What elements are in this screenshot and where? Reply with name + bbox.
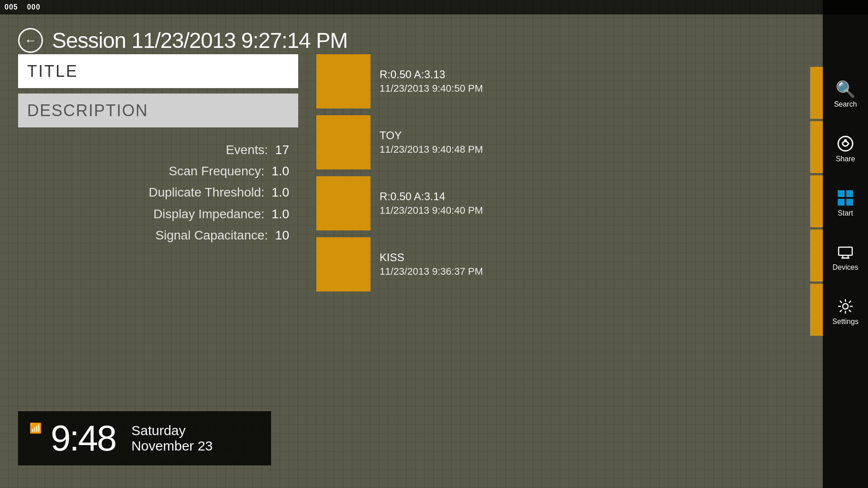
charm-accent-search [810, 67, 823, 119]
svg-rect-4 [838, 199, 845, 206]
settings-icon [837, 298, 854, 315]
svg-point-1 [844, 139, 847, 142]
top-bar-item-1: 005 [5, 3, 18, 11]
device-info-1: R:0.50 A:3.13 11/23/2013 9:40:50 PM [380, 68, 605, 94]
device-name-1: R:0.50 A:3.13 [380, 68, 605, 81]
device-list: R:0.50 A:3.13 11/23/2013 9:40:50 PM TOY … [316, 54, 605, 298]
svg-point-8 [843, 304, 848, 309]
device-tile-2 [316, 115, 371, 169]
device-tile-1 [316, 54, 371, 108]
svg-rect-5 [846, 199, 853, 206]
clock-day: Saturday [131, 423, 213, 438]
device-name-4: KISS [380, 251, 605, 264]
clock-time: 9:48 [51, 420, 116, 456]
device-item-3[interactable]: R:0.50 A:3.14 11/23/2013 9:40:40 PM [316, 176, 605, 230]
title-input-text: TITLE [27, 62, 78, 81]
stats-list: Events: 17 Scan Frequency: 1.0 Duplicate… [18, 141, 298, 244]
signal-icon: 📶 [29, 422, 42, 434]
charm-accent-settings [810, 284, 823, 336]
device-info-3: R:0.50 A:3.14 11/23/2013 9:40:40 PM [380, 190, 605, 216]
charm-start[interactable]: Start [823, 176, 868, 230]
share-icon [837, 135, 854, 152]
back-button[interactable]: ← [18, 28, 43, 53]
title-input-field[interactable]: TITLE [18, 54, 298, 88]
device-tile-3 [316, 176, 371, 230]
charm-accent-start [810, 175, 823, 227]
svg-rect-6 [839, 247, 852, 255]
charm-accent-devices [810, 230, 823, 282]
charm-search-label: Search [834, 100, 857, 108]
svg-rect-2 [838, 190, 845, 197]
start-icon [837, 189, 854, 206]
charm-start-label: Start [838, 209, 853, 217]
device-item-2[interactable]: TOY 11/23/2013 9:40:48 PM [316, 115, 605, 169]
header: ← Session 11/23/2013 9:27:14 PM [18, 28, 596, 53]
charm-accent-share [810, 121, 823, 173]
charms-bar: 🔍 Search Share Start Devices [823, 0, 868, 488]
device-item-4[interactable]: KISS 11/23/2013 9:36:37 PM [316, 237, 605, 291]
stat-signal-capacitance: Signal Capacitance: 10 [18, 226, 289, 244]
svg-point-0 [838, 136, 853, 151]
charm-settings-label: Settings [832, 318, 859, 326]
device-name-2: TOY [380, 129, 605, 142]
charm-devices[interactable]: Devices [823, 230, 868, 285]
charm-settings[interactable]: Settings [823, 285, 868, 339]
search-icon: 🔍 [835, 81, 856, 98]
charm-share-label: Share [836, 155, 855, 163]
device-info-4: KISS 11/23/2013 9:36:37 PM [380, 251, 605, 277]
device-tile-4 [316, 237, 371, 291]
left-panel: TITLE DESCRIPTION Events: 17 Scan Freque… [18, 54, 298, 248]
stat-duplicate-threshold: Duplicate Threshold: 1.0 [18, 183, 289, 201]
device-date-3: 11/23/2013 9:40:40 PM [380, 205, 605, 216]
charm-devices-label: Devices [833, 263, 859, 272]
clock-overlay: 📶 9:48 Saturday November 23 [18, 411, 271, 465]
clock-date: Saturday November 23 [131, 423, 213, 454]
device-date-1: 11/23/2013 9:40:50 PM [380, 83, 605, 94]
page-title: Session 11/23/2013 9:27:14 PM [52, 28, 347, 53]
stat-events: Events: 17 [18, 141, 289, 159]
svg-rect-3 [846, 190, 853, 197]
device-item-1[interactable]: R:0.50 A:3.13 11/23/2013 9:40:50 PM [316, 54, 605, 108]
description-input-field[interactable]: DESCRIPTION [18, 94, 298, 127]
back-arrow-icon: ← [24, 34, 37, 47]
device-name-3: R:0.50 A:3.14 [380, 190, 605, 203]
top-bar-item-2: 000 [27, 3, 41, 11]
stat-scan-frequency: Scan Frequency: 1.0 [18, 162, 289, 180]
devices-icon [837, 244, 854, 261]
top-bar: 005 000 [0, 0, 868, 14]
charm-share[interactable]: Share [823, 122, 868, 176]
device-info-2: TOY 11/23/2013 9:40:48 PM [380, 129, 605, 155]
stat-display-impedance: Display Impedance: 1.0 [18, 205, 289, 223]
charm-search[interactable]: 🔍 Search [823, 68, 868, 122]
device-date-4: 11/23/2013 9:36:37 PM [380, 266, 605, 277]
device-date-2: 11/23/2013 9:40:48 PM [380, 144, 605, 155]
clock-month: November 23 [131, 438, 213, 454]
description-input-text: DESCRIPTION [27, 101, 148, 120]
